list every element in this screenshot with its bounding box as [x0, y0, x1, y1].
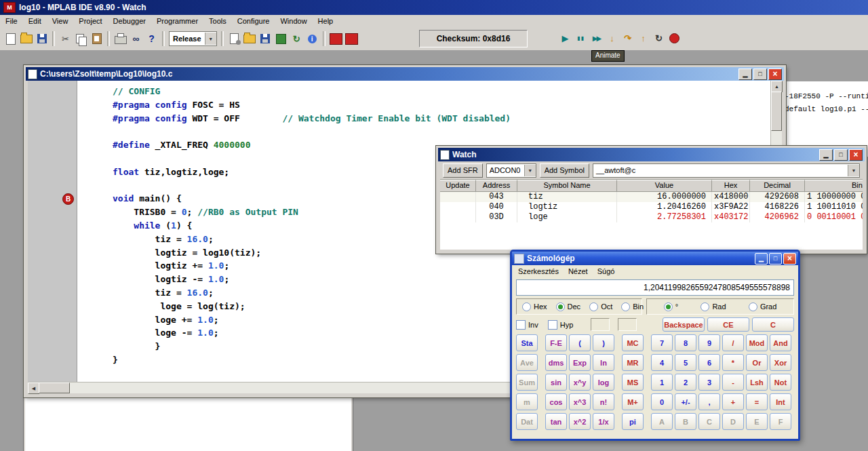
calc-key-log[interactable]: log [593, 374, 614, 391]
calc-menu-sg[interactable]: Súgó [593, 267, 620, 275]
calc-key-and[interactable]: And [770, 334, 791, 351]
watch-row[interactable]: 03Dloge2.77258301x40317242069620 0011000… [440, 212, 863, 222]
menu-file[interactable]: File [0, 15, 23, 27]
calc-key-open-paren[interactable]: ( [569, 334, 591, 351]
new-file-icon[interactable] [3, 31, 18, 46]
base-option-oct[interactable]: Oct [589, 302, 612, 311]
step-over-icon[interactable] [620, 31, 635, 45]
calc-key-6[interactable]: 6 [698, 354, 720, 371]
editor-titlebar[interactable]: C:\users\Zsolt\temp\Log10\log10.c [26, 67, 784, 81]
calc-key-c[interactable]: C [698, 413, 720, 430]
calc-key-d[interactable]: D [722, 413, 744, 430]
save-file-icon[interactable] [34, 31, 50, 46]
step-into-icon[interactable] [604, 31, 620, 45]
cut-icon[interactable] [58, 31, 73, 46]
calc-key-int[interactable]: Int [770, 393, 791, 410]
main-titlebar[interactable]: log10 - MPLAB IDE v8.90 - Watch [0, 0, 868, 15]
breakpoints-icon[interactable] [667, 31, 682, 45]
calc-key-1[interactable]: 1 [651, 374, 673, 391]
base-option-bin[interactable]: Bin [621, 302, 644, 311]
angle-option-grad[interactable]: Grad [749, 302, 776, 311]
column-header-value[interactable]: Value [617, 180, 712, 192]
add-sfr-button[interactable]: Add SFR [443, 163, 483, 178]
calc-ce-button[interactable]: CE [707, 317, 749, 332]
calc-key-close-paren[interactable]: ) [593, 334, 614, 351]
breakpoint-marker[interactable]: B [62, 193, 74, 205]
run-icon[interactable] [557, 31, 573, 45]
calc-key-exp[interactable]: Exp [569, 354, 591, 371]
calc-key-factorial[interactable]: n! [593, 393, 614, 410]
base-option-dec[interactable]: Dec [556, 302, 581, 311]
calc-key-b[interactable]: B [675, 413, 696, 430]
calc-key-7[interactable]: 7 [651, 334, 673, 351]
menu-configure[interactable]: Configure [232, 15, 275, 27]
menu-window[interactable]: Window [275, 15, 312, 27]
calc-key-dms[interactable]: dms [545, 354, 567, 371]
calc-key-sin[interactable]: sin [545, 374, 567, 391]
calc-key-plus[interactable]: + [722, 393, 744, 410]
open-project-icon[interactable] [242, 31, 258, 46]
sfr-select[interactable]: ADCON0 ▼ [486, 163, 536, 178]
calc-key-ln[interactable]: ln [593, 354, 614, 371]
angle-option-deg[interactable]: ° [664, 302, 678, 311]
horizontal-scroll-thumb[interactable] [39, 383, 70, 393]
minimize-button[interactable] [755, 253, 768, 264]
maximize-button[interactable] [769, 253, 782, 264]
calc-key-2[interactable]: 2 [675, 374, 696, 391]
calc-key-m-plus[interactable]: M+ [622, 393, 644, 410]
menu-help[interactable]: Help [313, 15, 339, 27]
close-button[interactable] [783, 253, 796, 264]
calc-key-sum[interactable]: Sum [516, 374, 538, 391]
output-window[interactable] [24, 395, 353, 451]
add-symbol-button[interactable]: Add Symbol [540, 163, 589, 178]
column-header-address[interactable]: Address [476, 180, 517, 192]
save-workspace-icon[interactable] [258, 31, 273, 46]
menu-tools[interactable]: Tools [203, 15, 232, 27]
info-icon[interactable] [304, 31, 320, 46]
calc-key-5[interactable]: 5 [675, 354, 696, 371]
calc-key-8[interactable]: 8 [675, 334, 696, 351]
calc-key-ave[interactable]: Ave [516, 354, 538, 371]
base-option-hex[interactable]: Hex [522, 302, 547, 311]
calc-key-lsh[interactable]: Lsh [746, 374, 768, 391]
calc-key-3[interactable]: 3 [698, 374, 720, 391]
calc-key-f[interactable]: F [770, 413, 791, 430]
reset-icon[interactable] [651, 31, 667, 45]
scroll-left-button[interactable]: ◀ [28, 383, 39, 394]
calc-key-a[interactable]: A [651, 413, 673, 430]
program-device-1-icon[interactable] [328, 31, 344, 46]
calc-key-f-e[interactable]: F-E [545, 334, 567, 351]
calc-key-sta[interactable]: Sta [516, 334, 538, 351]
menu-project[interactable]: Project [73, 15, 107, 27]
menu-view[interactable]: View [47, 15, 74, 27]
print-icon[interactable] [113, 31, 128, 46]
calculator-titlebar[interactable]: Számológép [512, 252, 798, 265]
calc-key-0[interactable]: 0 [651, 393, 673, 410]
paste-icon[interactable] [89, 31, 104, 46]
calc-key-mod[interactable]: Mod [746, 334, 768, 351]
calc-key-pi[interactable]: pi [622, 413, 644, 430]
pause-icon[interactable] [573, 31, 589, 45]
scroll-up-button[interactable]: ▲ [771, 81, 783, 92]
calc-menu-nzet[interactable]: Nézet [564, 267, 593, 275]
menu-edit[interactable]: Edit [23, 15, 47, 27]
calc-key-x-pow-2[interactable]: x^2 [569, 413, 591, 430]
menu-debugger[interactable]: Debugger [108, 15, 151, 27]
calc-key-dat[interactable]: Dat [516, 413, 538, 430]
copy-icon[interactable] [73, 31, 89, 46]
watch-titlebar[interactable]: Watch [438, 148, 865, 161]
calc-key-not[interactable]: Not [770, 374, 791, 391]
checkbox-inv[interactable]: Inv [516, 320, 538, 330]
close-button[interactable] [849, 149, 863, 161]
calc-key-divide[interactable]: / [722, 334, 744, 351]
find-icon[interactable] [128, 31, 144, 46]
angle-option-rad[interactable]: Rad [701, 302, 726, 311]
column-header-symbol-name[interactable]: Symbol Name [517, 180, 617, 192]
symbol-select[interactable]: __awtoft@c ▼ [593, 163, 860, 178]
calc-key-x-pow-3[interactable]: x^3 [569, 393, 591, 410]
calc-key-one-over-x[interactable]: 1/x [593, 413, 614, 430]
column-header-hex[interactable]: Hex [712, 180, 750, 192]
step-out-icon[interactable] [635, 31, 651, 45]
vertical-scroll-thumb[interactable] [771, 92, 782, 131]
calc-backspace-button[interactable]: Backspace [663, 317, 705, 332]
